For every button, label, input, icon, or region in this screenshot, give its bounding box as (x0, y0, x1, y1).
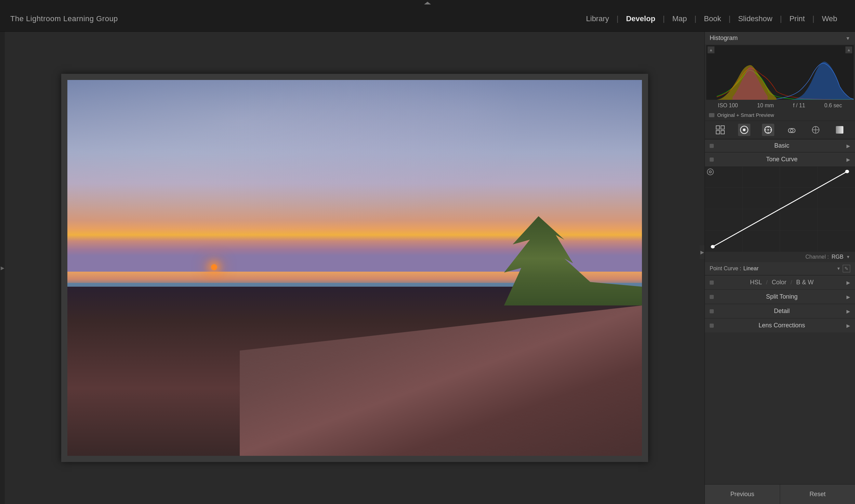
channel-label: Channel : (805, 254, 829, 260)
point-curve-dropdown[interactable]: ▼ (837, 266, 841, 271)
tone-curve-canvas[interactable] (705, 166, 855, 252)
nav-print[interactable]: Print (782, 14, 812, 23)
previous-button[interactable]: Previous (705, 485, 780, 504)
exif-info: ISO 100 10 mm f / 11 0.6 sec (705, 100, 855, 111)
point-curve-value[interactable]: Linear (743, 265, 834, 272)
redeye-icon[interactable] (786, 124, 798, 136)
smart-preview-icon (709, 113, 714, 117)
svg-point-15 (790, 129, 793, 132)
main-layout: ▶ Histogram ▼ ▲ (0, 32, 855, 504)
gradient-icon[interactable] (833, 124, 846, 136)
basic-arrow: ▶ (846, 143, 850, 149)
right-panel: Histogram ▼ ▲ ▲ (705, 32, 855, 504)
histogram-header[interactable]: Histogram ▼ (705, 32, 855, 44)
tone-curve-title: Tone Curve (717, 156, 846, 163)
spot-heal-icon[interactable] (762, 124, 774, 136)
left-panel[interactable]: ▶ (0, 32, 5, 504)
photo-area (5, 32, 705, 504)
hsl-toggle[interactable] (710, 281, 714, 285)
histogram-dropdown-icon[interactable]: ▼ (845, 36, 850, 41)
exif-focal: 10 mm (757, 103, 774, 109)
nav-library[interactable]: Library (579, 14, 617, 23)
hsl-section: HSL / Color / B & W ▶ (705, 275, 855, 289)
point-curve-edit-button[interactable]: ✎ (843, 265, 850, 272)
tab-color[interactable]: Color (772, 279, 786, 286)
svg-point-7 (743, 128, 746, 131)
point-curve-row: Point Curve : Linear ▼ ✎ (705, 262, 855, 275)
svg-rect-4 (716, 131, 720, 134)
svg-point-28 (711, 245, 715, 248)
histogram-clip-warning-highlights[interactable]: ▲ (845, 46, 852, 53)
hsl-tabs: HSL / Color / B & W (717, 279, 846, 286)
svg-marker-0 (424, 2, 431, 4)
histogram-graph (706, 45, 854, 100)
nav-web[interactable]: Web (814, 14, 845, 23)
tone-curve-arrow: ▶ (846, 157, 850, 162)
photo-sun (211, 264, 217, 270)
hsl-arrow: ▶ (846, 280, 850, 285)
basic-section: Basic ▶ (705, 139, 855, 152)
brush-icon[interactable] (810, 124, 822, 136)
grid-tool-icon[interactable] (714, 124, 726, 136)
channel-dropdown-arrow[interactable]: ▼ (846, 255, 850, 259)
nav-develop[interactable]: Develop (618, 14, 663, 23)
nav-map[interactable]: Map (665, 14, 695, 23)
basic-section-header[interactable]: Basic ▶ (705, 139, 855, 152)
lens-corrections-title: Lens Corrections (717, 322, 846, 329)
histogram-title: Histogram (710, 35, 738, 42)
exif-shutter: 0.6 sec (824, 103, 842, 109)
tool-icons-row (705, 121, 855, 139)
smart-preview-row: Original + Smart Preview (705, 111, 855, 121)
split-toning-section[interactable]: Split Toning ▶ (705, 289, 855, 304)
tone-curve-section: Tone Curve ▶ (705, 152, 855, 275)
svg-point-29 (845, 170, 849, 173)
exif-aperture: f / 11 (793, 103, 805, 109)
photo-frame (61, 74, 648, 462)
smart-preview-label: Original + Smart Preview (717, 112, 774, 118)
nav-menu: Library | Develop | Map | Book | Slidesh… (579, 14, 845, 23)
nav-book[interactable]: Book (696, 14, 728, 23)
tab-hsl[interactable]: HSL (750, 279, 762, 286)
svg-rect-19 (836, 126, 843, 134)
point-curve-label: Point Curve : (710, 265, 741, 272)
reset-button[interactable]: Reset (780, 485, 855, 504)
detail-title: Detail (717, 308, 846, 315)
detail-arrow: ▶ (846, 309, 850, 314)
split-toning-title: Split Toning (717, 293, 846, 300)
crop-tool-icon[interactable] (738, 124, 750, 136)
lens-corrections-arrow: ▶ (846, 323, 850, 328)
tone-curve-toggle[interactable] (710, 158, 714, 162)
tone-curve-graph[interactable] (705, 166, 855, 252)
bottom-buttons: Previous Reset (705, 484, 855, 504)
app-title: The Lightroom Learning Group (10, 14, 118, 23)
hsl-section-header[interactable]: HSL / Color / B & W ▶ (705, 275, 855, 289)
svg-rect-2 (716, 126, 720, 129)
detail-section[interactable]: Detail ▶ (705, 304, 855, 318)
photo-image (67, 80, 642, 456)
svg-rect-5 (721, 131, 724, 134)
right-panel-expand-arrow[interactable]: ▶ (700, 245, 705, 259)
histogram-canvas: ▲ ▲ (706, 45, 854, 100)
svg-point-9 (767, 129, 769, 131)
basic-title: Basic (717, 142, 846, 149)
histogram-clip-warning-shadows[interactable]: ▲ (708, 46, 714, 53)
split-toning-arrow: ▶ (846, 294, 850, 300)
tone-curve-header[interactable]: Tone Curve ▶ (705, 152, 855, 166)
top-panel-arrow[interactable] (0, 0, 855, 6)
tab-bw[interactable]: B & W (796, 279, 814, 286)
split-toning-toggle[interactable] (710, 295, 714, 299)
tone-curve-target-icon[interactable] (707, 168, 714, 175)
basic-toggle[interactable] (710, 144, 714, 148)
channel-row: Channel : RGB ▼ (705, 252, 855, 262)
lens-corrections-section[interactable]: Lens Corrections ▶ (705, 318, 855, 332)
exif-iso: ISO 100 (718, 103, 738, 109)
svg-rect-3 (721, 126, 724, 129)
channel-value[interactable]: RGB (831, 254, 843, 260)
top-bar: The Lightroom Learning Group Library | D… (0, 6, 855, 32)
histogram-section: Histogram ▼ ▲ ▲ (705, 32, 855, 121)
nav-slideshow[interactable]: Slideshow (731, 14, 780, 23)
left-panel-expand-arrow[interactable]: ▶ (1, 265, 4, 271)
lens-corrections-toggle[interactable] (710, 324, 714, 328)
detail-toggle[interactable] (710, 309, 714, 313)
